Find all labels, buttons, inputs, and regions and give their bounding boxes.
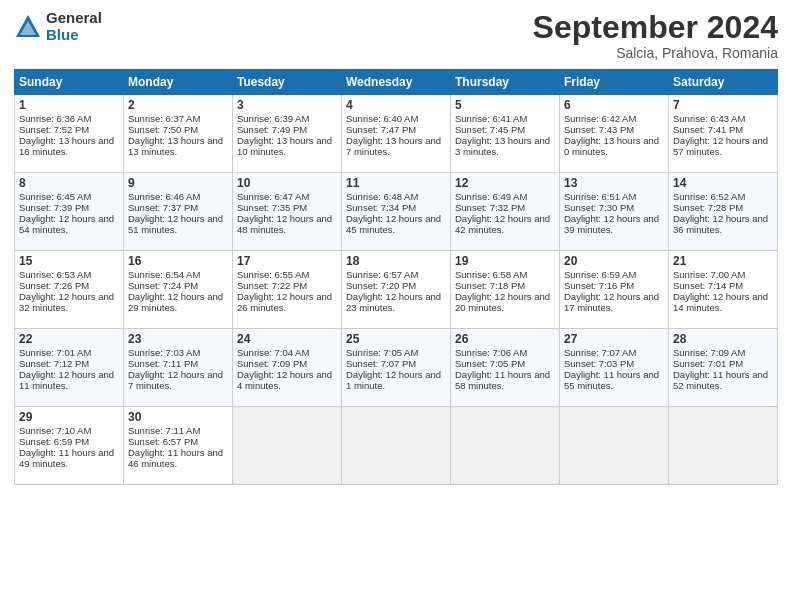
day-number: 16 [128,254,228,268]
daylight-text: Daylight: 11 hours and 52 minutes. [673,369,768,391]
table-row: 18Sunrise: 6:57 AMSunset: 7:20 PMDayligh… [342,251,451,329]
sunset-text: Sunset: 7:22 PM [237,280,307,291]
table-row: 11Sunrise: 6:48 AMSunset: 7:34 PMDayligh… [342,173,451,251]
sunset-text: Sunset: 7:41 PM [673,124,743,135]
logo-icon [14,13,42,41]
daylight-text: Daylight: 12 hours and 42 minutes. [455,213,550,235]
daylight-text: Daylight: 12 hours and 45 minutes. [346,213,441,235]
logo-general-text: General [46,10,102,27]
daylight-text: Daylight: 13 hours and 0 minutes. [564,135,659,157]
col-saturday: Saturday [669,70,778,95]
daylight-text: Daylight: 13 hours and 10 minutes. [237,135,332,157]
daylight-text: Daylight: 12 hours and 23 minutes. [346,291,441,313]
day-number: 12 [455,176,555,190]
sunset-text: Sunset: 7:24 PM [128,280,198,291]
calendar-week-row: 22Sunrise: 7:01 AMSunset: 7:12 PMDayligh… [15,329,778,407]
sunrise-text: Sunrise: 6:42 AM [564,113,636,124]
sunset-text: Sunset: 7:14 PM [673,280,743,291]
table-row: 25Sunrise: 7:05 AMSunset: 7:07 PMDayligh… [342,329,451,407]
month-title: September 2024 [533,10,778,45]
table-row: 16Sunrise: 6:54 AMSunset: 7:24 PMDayligh… [124,251,233,329]
day-number: 27 [564,332,664,346]
daylight-text: Daylight: 13 hours and 3 minutes. [455,135,550,157]
day-number: 11 [346,176,446,190]
sunrise-text: Sunrise: 6:58 AM [455,269,527,280]
sunrise-text: Sunrise: 6:39 AM [237,113,309,124]
calendar-body: 1Sunrise: 6:36 AMSunset: 7:52 PMDaylight… [15,95,778,485]
daylight-text: Daylight: 12 hours and 17 minutes. [564,291,659,313]
day-number: 30 [128,410,228,424]
sunset-text: Sunset: 7:28 PM [673,202,743,213]
sunrise-text: Sunrise: 7:00 AM [673,269,745,280]
sunset-text: Sunset: 7:05 PM [455,358,525,369]
day-number: 6 [564,98,664,112]
day-number: 8 [19,176,119,190]
sunset-text: Sunset: 7:30 PM [564,202,634,213]
daylight-text: Daylight: 12 hours and 26 minutes. [237,291,332,313]
day-number: 15 [19,254,119,268]
sunrise-text: Sunrise: 7:04 AM [237,347,309,358]
day-number: 5 [455,98,555,112]
table-row: 19Sunrise: 6:58 AMSunset: 7:18 PMDayligh… [451,251,560,329]
table-row: 30Sunrise: 7:11 AMSunset: 6:57 PMDayligh… [124,407,233,485]
table-row: 8Sunrise: 6:45 AMSunset: 7:39 PMDaylight… [15,173,124,251]
table-row: 23Sunrise: 7:03 AMSunset: 7:11 PMDayligh… [124,329,233,407]
table-row: 29Sunrise: 7:10 AMSunset: 6:59 PMDayligh… [15,407,124,485]
day-number: 23 [128,332,228,346]
daylight-text: Daylight: 12 hours and 32 minutes. [19,291,114,313]
daylight-text: Daylight: 12 hours and 36 minutes. [673,213,768,235]
sunset-text: Sunset: 7:12 PM [19,358,89,369]
sunset-text: Sunset: 7:11 PM [128,358,198,369]
day-number: 13 [564,176,664,190]
daylight-text: Daylight: 12 hours and 51 minutes. [128,213,223,235]
sunrise-text: Sunrise: 7:01 AM [19,347,91,358]
calendar-week-row: 1Sunrise: 6:36 AMSunset: 7:52 PMDaylight… [15,95,778,173]
col-monday: Monday [124,70,233,95]
day-number: 20 [564,254,664,268]
daylight-text: Daylight: 13 hours and 13 minutes. [128,135,223,157]
table-row: 20Sunrise: 6:59 AMSunset: 7:16 PMDayligh… [560,251,669,329]
day-number: 18 [346,254,446,268]
daylight-text: Daylight: 12 hours and 48 minutes. [237,213,332,235]
day-number: 2 [128,98,228,112]
table-row: 15Sunrise: 6:53 AMSunset: 7:26 PMDayligh… [15,251,124,329]
sunrise-text: Sunrise: 7:06 AM [455,347,527,358]
table-row [451,407,560,485]
day-number: 19 [455,254,555,268]
day-number: 3 [237,98,337,112]
table-row: 26Sunrise: 7:06 AMSunset: 7:05 PMDayligh… [451,329,560,407]
table-row: 3Sunrise: 6:39 AMSunset: 7:49 PMDaylight… [233,95,342,173]
sunset-text: Sunset: 7:32 PM [455,202,525,213]
table-row: 2Sunrise: 6:37 AMSunset: 7:50 PMDaylight… [124,95,233,173]
sunrise-text: Sunrise: 7:10 AM [19,425,91,436]
sunset-text: Sunset: 7:43 PM [564,124,634,135]
day-number: 1 [19,98,119,112]
daylight-text: Daylight: 13 hours and 7 minutes. [346,135,441,157]
sunset-text: Sunset: 7:52 PM [19,124,89,135]
calendar-week-row: 29Sunrise: 7:10 AMSunset: 6:59 PMDayligh… [15,407,778,485]
day-number: 25 [346,332,446,346]
day-number: 10 [237,176,337,190]
col-friday: Friday [560,70,669,95]
day-number: 17 [237,254,337,268]
calendar-header-row: Sunday Monday Tuesday Wednesday Thursday… [15,70,778,95]
table-row: 9Sunrise: 6:46 AMSunset: 7:37 PMDaylight… [124,173,233,251]
col-wednesday: Wednesday [342,70,451,95]
sunset-text: Sunset: 6:59 PM [19,436,89,447]
title-block: September 2024 Salcia, Prahova, Romania [533,10,778,61]
day-number: 24 [237,332,337,346]
sunset-text: Sunset: 7:39 PM [19,202,89,213]
sunrise-text: Sunrise: 6:48 AM [346,191,418,202]
day-number: 29 [19,410,119,424]
sunrise-text: Sunrise: 7:07 AM [564,347,636,358]
table-row: 12Sunrise: 6:49 AMSunset: 7:32 PMDayligh… [451,173,560,251]
daylight-text: Daylight: 13 hours and 16 minutes. [19,135,114,157]
sunrise-text: Sunrise: 6:59 AM [564,269,636,280]
sunset-text: Sunset: 7:09 PM [237,358,307,369]
day-number: 7 [673,98,773,112]
sunrise-text: Sunrise: 6:47 AM [237,191,309,202]
location-subtitle: Salcia, Prahova, Romania [533,45,778,61]
calendar-week-row: 8Sunrise: 6:45 AMSunset: 7:39 PMDaylight… [15,173,778,251]
sunset-text: Sunset: 7:26 PM [19,280,89,291]
sunset-text: Sunset: 7:47 PM [346,124,416,135]
